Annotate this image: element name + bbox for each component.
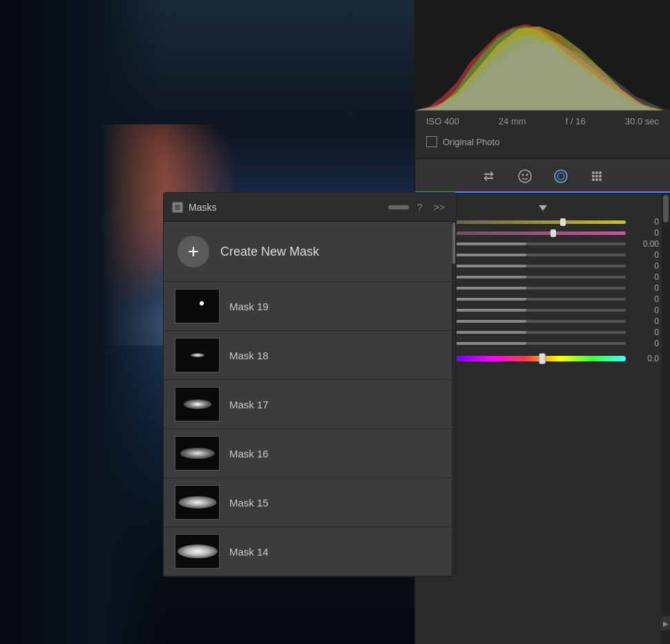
slider-val-7: 0 <box>631 305 659 315</box>
scrollbar-thumb[interactable] <box>663 195 669 222</box>
sync-button[interactable]: ⇄ <box>477 164 501 189</box>
slider-value-pink: 0 <box>631 228 659 238</box>
create-mask-plus-button[interactable]: + <box>178 236 209 267</box>
mask-name-14: Mask 14 <box>229 546 269 558</box>
svg-point-7 <box>599 171 602 174</box>
mask-item-16[interactable]: Mask 16 <box>164 429 456 478</box>
right-panel-scrollbar[interactable]: ▶ <box>662 193 670 644</box>
original-photo-label: Original Photo <box>443 137 499 147</box>
masks-title: Masks <box>189 202 383 213</box>
svg-point-12 <box>595 178 598 181</box>
histogram-svg <box>415 0 670 111</box>
masks-help-button[interactable]: ? <box>414 199 425 216</box>
mask-name-15: Mask 15 <box>229 497 269 509</box>
create-mask-row[interactable]: + Create New Mask <box>164 222 456 282</box>
scrollbar-arrow-down[interactable]: ▶ <box>662 616 670 630</box>
slider-val-color: 0.0 <box>631 354 659 363</box>
mask-item-15[interactable]: Mask 15 <box>164 478 456 527</box>
slider-row-color: 0.0 <box>426 354 659 363</box>
slider-row-pink: 0 <box>426 228 659 238</box>
svg-point-9 <box>595 175 598 178</box>
svg-point-4 <box>557 173 564 180</box>
create-mask-label: Create New Mask <box>220 245 319 259</box>
triangle-icon <box>539 205 547 211</box>
svg-point-11 <box>592 178 595 181</box>
shutter-value: 30.0 sec <box>625 116 659 126</box>
slider-val-10: 0 <box>631 339 659 348</box>
slider-val-8: 0 <box>631 316 659 326</box>
bg-left-shadow <box>0 0 166 644</box>
slider-val-1: 0.00 <box>631 239 659 249</box>
svg-point-0 <box>519 170 531 182</box>
mask-name-16: Mask 16 <box>229 448 269 460</box>
mask-item-14[interactable]: Mask 14 <box>164 527 456 576</box>
original-photo-checkbox[interactable] <box>426 136 437 147</box>
aperture-value: f / 16 <box>566 116 586 126</box>
masks-scrollbar[interactable] <box>452 222 456 576</box>
slider-row-1: 0.00 <box>426 239 659 249</box>
mask-thumb-15 <box>175 485 220 520</box>
mask-grid-button[interactable] <box>584 164 609 189</box>
face-detect-button[interactable] <box>513 164 537 189</box>
svg-point-2 <box>526 173 528 176</box>
histogram-area: ISO 400 24 mm f / 16 30.0 sec Original P… <box>415 0 670 159</box>
masks-expand-button[interactable]: >> <box>431 199 448 216</box>
slider-val-9: 0 <box>631 328 659 337</box>
section-dropdown[interactable] <box>426 199 659 217</box>
slider-val-6: 0 <box>631 294 659 304</box>
mask-name-17: Mask 17 <box>229 399 269 410</box>
histogram-canvas <box>415 0 670 111</box>
slider-row-6: 0 <box>426 294 659 304</box>
svg-point-3 <box>555 170 567 182</box>
original-photo-row: Original Photo <box>415 132 670 151</box>
slider-row-8: 0 <box>426 316 659 326</box>
svg-point-6 <box>595 171 598 174</box>
slider-row-10: 0 <box>426 339 659 348</box>
slider-row-yellow: 0 <box>426 217 659 227</box>
mask-item-18[interactable]: Mask 18 <box>164 331 456 380</box>
mask-list: Mask 19 Mask 18 Mask 17 Mask 16 Mask 15 … <box>164 282 456 576</box>
camera-info: ISO 400 24 mm f / 16 30.0 sec <box>415 111 670 132</box>
mask-thumb-19 <box>175 289 220 323</box>
slider-val-4: 0 <box>631 272 659 282</box>
svg-rect-15 <box>175 205 180 210</box>
svg-point-13 <box>599 178 602 181</box>
mask-thumb-14 <box>175 534 220 569</box>
masks-scrollbar-thumb[interactable] <box>452 222 455 264</box>
slider-row-3: 0 <box>426 261 659 271</box>
svg-point-5 <box>592 171 595 174</box>
slider-row-2: 0 <box>426 250 659 260</box>
slider-val-3: 0 <box>631 261 659 271</box>
masks-header: Masks ? >> <box>164 193 456 222</box>
masks-panel-icon <box>172 202 183 213</box>
mask-item-19[interactable]: Mask 19 <box>164 282 456 331</box>
masks-drag-handle <box>388 205 409 209</box>
mask-item-17[interactable]: Mask 17 <box>164 380 456 429</box>
mask-thumb-18 <box>175 338 220 372</box>
slider-row-7: 0 <box>426 305 659 315</box>
mask-name-18: Mask 18 <box>229 350 269 361</box>
slider-row-5: 0 <box>426 283 659 293</box>
mask-name-19: Mask 19 <box>229 301 269 312</box>
iso-value: ISO 400 <box>426 116 459 126</box>
focal-length-value: 24 mm <box>499 116 526 126</box>
svg-point-8 <box>592 175 595 178</box>
slider-val-5: 0 <box>631 283 659 293</box>
slider-row-4: 0 <box>426 272 659 282</box>
mask-overlay-button[interactable] <box>548 164 573 189</box>
slider-value-yellow: 0 <box>631 217 659 227</box>
svg-point-1 <box>521 173 524 176</box>
mask-thumb-17 <box>175 387 220 422</box>
mask-thumb-16 <box>175 436 220 471</box>
slider-val-2: 0 <box>631 250 659 260</box>
slider-row-9: 0 <box>426 328 659 337</box>
toolbar-row: ⇄ <box>415 159 670 193</box>
svg-point-10 <box>599 175 602 178</box>
masks-panel: Masks ? >> + Create New Mask Mask 19 Mas… <box>163 192 457 577</box>
